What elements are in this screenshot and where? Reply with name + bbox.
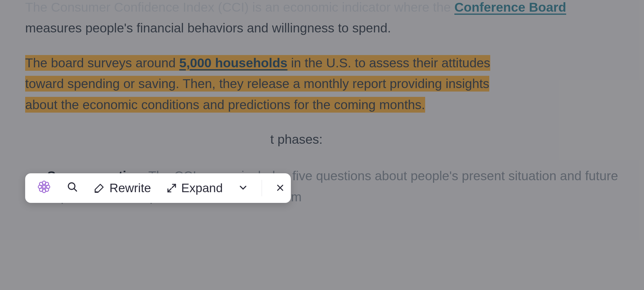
rewrite-button[interactable]: Rewrite xyxy=(91,179,154,197)
expand-icon xyxy=(167,183,177,193)
expand-button[interactable]: Expand xyxy=(164,179,226,197)
highlight-span-2: toward spending or saving. Then, they re… xyxy=(25,76,489,92)
conference-board-link[interactable]: Conference Board xyxy=(454,0,566,14)
highlight-span-1: The board surveys around 5,000 household… xyxy=(25,55,490,71)
close-icon xyxy=(276,181,285,195)
paragraph-highlighted: The board surveys around 5,000 household… xyxy=(25,53,619,115)
svg-line-10 xyxy=(74,189,77,191)
ai-assist-button[interactable] xyxy=(34,178,54,198)
phases-visible-tail: t phases: xyxy=(270,132,323,147)
pencil-icon xyxy=(94,182,105,194)
rewrite-label: Rewrite xyxy=(109,181,151,195)
chevron-down-icon xyxy=(238,181,248,195)
more-options-button[interactable] xyxy=(235,179,251,197)
search-icon xyxy=(67,181,78,195)
search-button[interactable] xyxy=(64,179,81,197)
ai-selection-toolbar: Rewrite Expand xyxy=(25,173,291,203)
toolbar-separator xyxy=(262,180,262,196)
intro-trailing: measures people's financial behaviors an… xyxy=(25,21,391,35)
intro-leading: The Consumer Confidence Index (CCI) is a… xyxy=(25,0,454,14)
expand-label: Expand xyxy=(181,181,223,195)
close-toolbar-button[interactable] xyxy=(273,179,288,197)
hl-post1: in the U.S. to assess their attitudes xyxy=(287,56,490,70)
households-link[interactable]: 5,000 households xyxy=(179,56,287,70)
hl-pre: The board surveys around xyxy=(25,56,179,70)
phases-line: Here's how the CCI is measured in differ… xyxy=(25,129,619,150)
highlight-span-3: about the economic conditions and predic… xyxy=(25,97,425,113)
paragraph-intro: The Consumer Confidence Index (CCI) is a… xyxy=(25,0,619,39)
svg-point-0 xyxy=(42,185,45,188)
ai-flower-icon xyxy=(37,180,51,197)
